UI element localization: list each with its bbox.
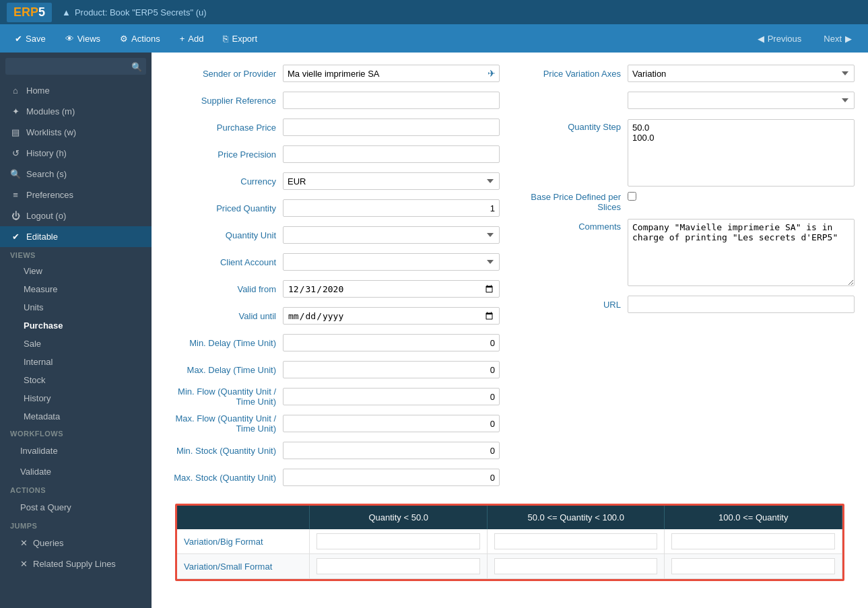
sidebar-preferences-label: Preferences: [26, 190, 73, 200]
views-eye-icon: 👁: [65, 34, 74, 44]
worklists-icon: ▤: [10, 127, 21, 137]
row2-col3-input[interactable]: [671, 558, 835, 574]
base-price-checkbox[interactable]: [628, 192, 636, 201]
qty-unit-select[interactable]: [283, 226, 500, 244]
sidebar-item-logout[interactable]: ⏻ Logout (o): [0, 205, 152, 226]
validate-label: Validate: [20, 467, 51, 477]
sidebar-item-home[interactable]: ⌂ Home: [0, 80, 152, 101]
client-account-select[interactable]: [283, 253, 500, 271]
row1-col2-input[interactable]: [494, 533, 658, 549]
table-row: Variation/Small Format: [177, 554, 842, 579]
previous-button[interactable]: ◀ Previous: [748, 30, 811, 48]
sidebar-item-search[interactable]: 🔍 Search (s): [0, 164, 152, 184]
sidebar-item-history[interactable]: ↺ History (h): [0, 143, 152, 164]
min-flow-label: Min. Flow (Quantity Unit / Time Unit): [165, 386, 283, 407]
price-precision-row: Price Precision: [165, 143, 500, 165]
sidebar-item-internal[interactable]: Internal: [0, 353, 152, 371]
max-flow-input[interactable]: [283, 415, 500, 432]
max-delay-input[interactable]: [283, 361, 500, 378]
sidebar-item-invalidate[interactable]: Invalidate: [0, 440, 152, 461]
row1-col3-input[interactable]: [671, 533, 835, 549]
valid-from-input[interactable]: [283, 280, 500, 298]
price-variation-select[interactable]: Variation: [628, 65, 855, 82]
comments-field: Company "Mavielle imprimerie SA" is in c…: [628, 219, 855, 288]
min-delay-input[interactable]: [283, 334, 500, 351]
sidebar-item-preferences[interactable]: ≡ Preferences: [0, 184, 152, 205]
row2-col2-cell: [487, 554, 665, 579]
save-button[interactable]: ✔ Save: [7, 30, 54, 48]
actions-gear-icon: ⚙: [120, 34, 128, 44]
sidebar-item-validate[interactable]: Validate: [0, 461, 152, 482]
sidebar-item-related-supply-lines[interactable]: ✕ Related Supply Lines: [0, 553, 152, 574]
currency-label: Currency: [165, 176, 283, 187]
sidebar-item-editable[interactable]: ✔ Editable: [0, 226, 152, 247]
breadcrumb: ▲ Product: Book "ERP5 Secrets" (u): [62, 7, 207, 18]
max-flow-label: Max. Flow (Quantity Unit / Time Unit): [165, 413, 283, 434]
row2-col1-input[interactable]: [316, 558, 480, 574]
related-supply-lines-icon: ✕: [20, 559, 28, 569]
sender-link-icon[interactable]: ✈: [488, 68, 496, 79]
queries-label: Queries: [33, 538, 64, 548]
min-stock-input[interactable]: [283, 442, 500, 459]
actions-button[interactable]: ⚙ Actions: [112, 30, 168, 48]
valid-from-field: [283, 280, 500, 298]
currency-field: EUR USD GBP: [283, 172, 500, 190]
comments-textarea[interactable]: Company "Mavielle imprimerie SA" is in c…: [628, 219, 855, 286]
sidebar-item-measure[interactable]: Measure: [0, 280, 152, 298]
price-table-header-row: Quantity < 50.0 50.0 <= Quantity < 100.0…: [177, 506, 842, 529]
form-grid: Sender or Provider ✈ Supplier Reference: [165, 63, 855, 494]
sidebar-item-metadata[interactable]: Metadata: [0, 407, 152, 426]
sidebar-item-units[interactable]: Units: [0, 298, 152, 316]
navigation-buttons: ◀ Previous Next ▶: [748, 30, 861, 48]
quantity-step-row: Quantity Step 50.0 100.0: [520, 116, 855, 187]
price-table-col1-header: Quantity < 50.0: [310, 506, 488, 529]
sidebar-item-modules[interactable]: ✦ Modules (m): [0, 101, 152, 122]
valid-until-input[interactable]: [283, 307, 500, 325]
qty-unit-field: [283, 226, 500, 244]
sidebar-item-purchase[interactable]: Purchase: [0, 316, 152, 335]
sidebar-item-queries[interactable]: ✕ Queries: [0, 533, 152, 553]
add-button[interactable]: + Add: [172, 30, 212, 48]
priced-qty-label: Priced Quantity: [165, 203, 283, 213]
priced-qty-input[interactable]: [283, 199, 500, 217]
max-delay-row: Max. Delay (Time Unit): [165, 359, 500, 380]
url-row: URL: [520, 294, 855, 315]
currency-select[interactable]: EUR USD GBP: [283, 172, 500, 190]
preferences-icon: ≡: [10, 190, 21, 200]
export-button[interactable]: ⎘ Export: [215, 30, 265, 48]
views-button[interactable]: 👁 Views: [57, 30, 108, 48]
search-input[interactable]: [5, 58, 146, 75]
price-variation-select2[interactable]: [628, 92, 855, 109]
sidebar-item-worklists[interactable]: ▤ Worklists (w): [0, 122, 152, 143]
valid-from-row: Valid from: [165, 278, 500, 300]
sender-input[interactable]: [283, 65, 500, 82]
history-icon: ↺: [10, 148, 21, 158]
row2-col2-input[interactable]: [494, 558, 658, 574]
editable-check-icon: ✔: [10, 232, 21, 242]
sidebar-item-sale[interactable]: Sale: [0, 335, 152, 353]
url-input[interactable]: [628, 296, 855, 313]
client-account-row: Client Account: [165, 251, 500, 273]
url-label: URL: [520, 300, 628, 310]
row1-col1-input[interactable]: [316, 533, 480, 549]
sidebar-item-post-query[interactable]: Post a Query: [0, 497, 152, 518]
logo: ERP5: [7, 3, 52, 22]
max-stock-input[interactable]: [283, 469, 500, 486]
supplier-ref-input[interactable]: [283, 92, 500, 109]
sidebar-item-stock[interactable]: Stock: [0, 371, 152, 389]
row1-col1-cell: [310, 529, 488, 554]
sidebar-item-view[interactable]: View: [0, 262, 152, 280]
purchase-price-input[interactable]: [283, 119, 500, 136]
sender-field: ✈: [283, 65, 500, 82]
breadcrumb-icon: ▲: [62, 7, 71, 18]
left-column: Sender or Provider ✈ Supplier Reference: [165, 63, 500, 494]
min-delay-label: Min. Delay (Time Unit): [165, 338, 283, 348]
base-price-field: [628, 192, 855, 201]
sidebar-search-container: 🔍: [0, 53, 152, 80]
content-area: Sender or Provider ✈ Supplier Reference: [152, 53, 868, 608]
next-button[interactable]: Next ▶: [814, 30, 861, 48]
price-precision-input[interactable]: [283, 145, 500, 163]
min-flow-input[interactable]: [283, 388, 500, 405]
sidebar-item-history-view[interactable]: History: [0, 389, 152, 407]
row2-col1-cell: [310, 554, 488, 579]
